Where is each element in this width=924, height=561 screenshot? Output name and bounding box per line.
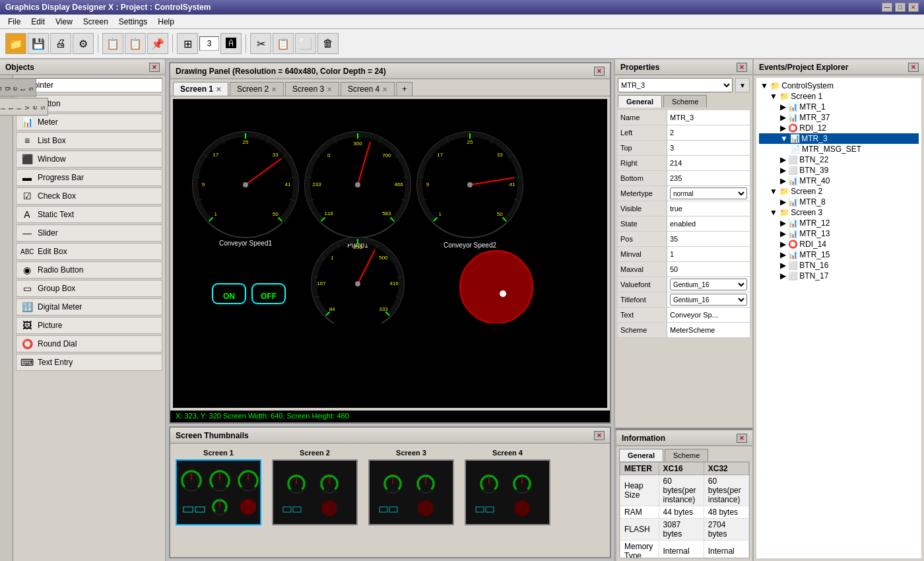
tab-screen3-close[interactable]: ✕ — [327, 86, 332, 93]
prop-input-visible[interactable] — [670, 203, 747, 214]
prop-value-left[interactable] — [667, 125, 750, 140]
tree-mtr13[interactable]: ▶ 📊 MTR_13 — [759, 228, 919, 239]
prop-value-scheme[interactable] — [667, 323, 750, 337]
prop-value-pos[interactable] — [667, 232, 750, 246]
prop-input-text[interactable] — [670, 309, 747, 321]
widget-statictext[interactable]: A Static Text — [16, 206, 162, 223]
widget-slider[interactable]: — Slider — [16, 224, 162, 242]
info-panel-close[interactable]: ✕ — [737, 434, 747, 443]
prop-value-visible[interactable] — [667, 201, 750, 216]
prop-value-titlefont[interactable]: Gentium_16Arial_12 — [667, 292, 750, 307]
tree-rdi14[interactable]: ▶ ⭕ RDI_14 — [759, 239, 919, 249]
widget-progressbar[interactable]: ▬ Progress Bar — [16, 169, 162, 186]
canvas-area[interactable] — [173, 99, 607, 408]
tb-paste-button[interactable]: 📌 — [147, 33, 168, 54]
tb-icon4-button[interactable]: ⚙ — [73, 33, 94, 54]
prop-select-metertype[interactable]: normalbar — [670, 187, 747, 199]
add-tab-button[interactable]: + — [396, 82, 412, 96]
prop-value-top[interactable] — [667, 141, 750, 155]
thumb-screen2-img[interactable] — [272, 459, 358, 525]
primitives-tab-label[interactable]: Primitives — [0, 98, 48, 116]
info-tab-scheme[interactable]: Scheme — [665, 449, 708, 461]
tb-grid-button[interactable]: ⊞ — [177, 33, 198, 54]
prop-value-metertype[interactable]: normalbar — [667, 186, 750, 201]
widget-textentry[interactable]: ⌨ Text Entry — [16, 354, 162, 371]
tb-print-button[interactable]: 🖨 — [50, 33, 71, 54]
tree-mtr8[interactable]: ▶ 📊 MTR_8 — [759, 197, 919, 207]
menu-help[interactable]: Help — [152, 16, 180, 28]
prop-tab-general[interactable]: General — [618, 95, 662, 108]
thumbnail-screen2[interactable]: Screen 2 — [272, 449, 358, 525]
prop-input-name[interactable] — [670, 112, 747, 123]
prop-input-top[interactable] — [670, 142, 747, 154]
tb-font-button[interactable]: 🅰 — [220, 33, 242, 54]
tree-btn16[interactable]: ▶ ⬜ BTN_16 — [759, 260, 919, 271]
menu-view[interactable]: View — [50, 16, 78, 28]
prop-value-maxval[interactable] — [667, 262, 750, 277]
tb-cut-button[interactable]: 📋 — [102, 33, 123, 54]
tb-copy2-button[interactable]: 📋 — [273, 33, 294, 54]
prop-select-valuefont[interactable]: Gentium_16Arial_12 — [670, 279, 747, 290]
tree-screen1[interactable]: ▼ 📁 Screen 1 — [759, 91, 919, 102]
widget-rounddial[interactable]: ⭕ Round Dial — [16, 335, 162, 352]
prop-input-bottom[interactable] — [670, 172, 747, 184]
tb-cut2-button[interactable]: ✂ — [250, 33, 271, 54]
prop-tab-scheme[interactable]: Scheme — [663, 95, 707, 108]
tree-controlsystem[interactable]: ▼ 📁 ControlSystem — [759, 81, 919, 91]
widgets-tab-label[interactable]: Widgets — [0, 78, 36, 96]
prop-value-valuefont[interactable]: Gentium_16Arial_12 — [667, 277, 750, 292]
tree-btn22[interactable]: ▶ ⬜ BTN_22 — [759, 154, 919, 165]
tb-save-button[interactable]: 💾 — [28, 33, 49, 54]
menu-screen[interactable]: Screen — [78, 16, 114, 28]
tb-copy-button[interactable]: 📋 — [125, 33, 146, 54]
maximize-button[interactable]: □ — [895, 3, 906, 12]
prop-input-right[interactable] — [670, 157, 747, 169]
prop-value-state[interactable] — [667, 216, 750, 231]
thumb-screen1-img[interactable] — [176, 459, 261, 525]
tab-screen2-close[interactable]: ✕ — [271, 86, 277, 93]
thumbnail-screen3[interactable]: Screen 3 — [368, 449, 454, 525]
tree-mtr40[interactable]: ▶ 📊 MTR_40 — [759, 176, 919, 186]
drawing-panel-close[interactable]: ✕ — [594, 67, 605, 76]
close-button[interactable]: ✕ — [908, 3, 919, 12]
info-tab-general[interactable]: General — [619, 449, 663, 461]
tab-screen4-close[interactable]: ✕ — [382, 86, 387, 93]
zoom-input[interactable] — [199, 36, 219, 51]
widget-picture[interactable]: 🖼 Picture — [16, 317, 162, 334]
tree-btn39[interactable]: ▶ ⬜ BTN_39 — [759, 165, 919, 176]
prop-input-maxval[interactable] — [670, 263, 747, 275]
thumbnail-screen1[interactable]: Screen 1 — [176, 449, 261, 525]
prop-input-state[interactable] — [670, 218, 747, 230]
property-dropdown-button[interactable]: ▼ — [735, 78, 750, 92]
menu-settings[interactable]: Settings — [114, 16, 152, 28]
tree-mtr37[interactable]: ▶ 📊 MTR_37 — [759, 112, 919, 123]
thumbnail-screen4[interactable]: Screen 4 — [465, 449, 550, 525]
tree-mtr12[interactable]: ▶ 📊 MTR_12 — [759, 218, 919, 228]
property-object-selector[interactable]: MTR_3 — [618, 78, 733, 92]
widget-checkbox[interactable]: ☑ Check Box — [16, 187, 162, 205]
menu-file[interactable]: File — [3, 16, 26, 28]
tree-rdi12[interactable]: ▶ ⭕ RDI_12 — [759, 123, 919, 133]
prop-select-titlefont[interactable]: Gentium_16Arial_12 — [670, 294, 747, 306]
widget-digitalmeter[interactable]: 🔢 Digital Meter — [16, 298, 162, 315]
prop-input-minval[interactable] — [670, 248, 747, 260]
widget-listbox[interactable]: ≡ List Box — [16, 132, 162, 149]
tb-delete-button[interactable]: 🗑 — [317, 33, 339, 54]
tree-mtr3[interactable]: ▼ 📊 MTR_3 — [759, 133, 919, 144]
tree-screen3[interactable]: ▼ 📁 Screen 3 — [759, 207, 919, 218]
explorer-panel-close[interactable]: ✕ — [908, 63, 919, 72]
tab-screen1-close[interactable]: ✕ — [216, 86, 221, 93]
tb-open-button[interactable]: 📁 — [5, 33, 26, 54]
tab-screen3[interactable]: Screen 3 ✕ — [285, 82, 339, 96]
widget-editbox[interactable]: ABC Edit Box — [16, 243, 162, 260]
tree-btn17[interactable]: ▶ ⬜ BTN_17 — [759, 271, 919, 281]
menu-edit[interactable]: Edit — [26, 16, 50, 28]
thumbnails-close[interactable]: ✕ — [594, 431, 605, 440]
widget-radiobutton[interactable]: ◉ Radio Button — [16, 261, 162, 279]
prop-value-text[interactable] — [667, 308, 750, 322]
prop-input-pos[interactable] — [670, 233, 747, 245]
properties-panel-close[interactable]: ✕ — [737, 63, 747, 72]
tree-mtr-msg-set[interactable]: 📄 MTR_MSG_SET — [759, 144, 919, 154]
tree-screen2[interactable]: ▼ 📁 Screen 2 — [759, 186, 919, 197]
thumb-screen3-img[interactable] — [368, 459, 454, 525]
